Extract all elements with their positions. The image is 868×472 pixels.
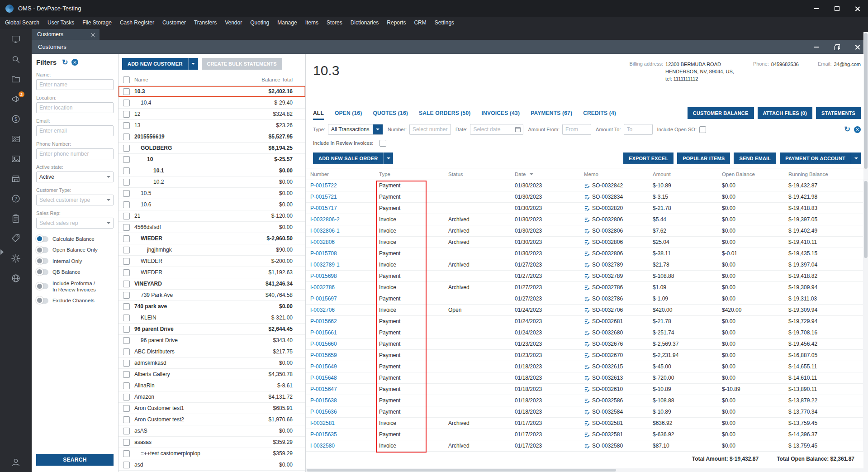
folder-icon[interactable]: [11, 74, 21, 84]
menu-item[interactable]: Transfers: [190, 17, 221, 29]
transaction-row[interactable]: P-0015647 Payment 01/18/2023 SO-0032610 …: [306, 384, 868, 395]
email-filter-input[interactable]: [36, 125, 114, 136]
media-icon[interactable]: [11, 154, 21, 164]
customer-row[interactable]: KLEIN $-321.00: [119, 312, 305, 324]
transaction-number-link[interactable]: P-0015649: [306, 363, 375, 370]
customer-row[interactable]: asAS $0.00: [119, 425, 305, 437]
row-checkbox[interactable]: [123, 201, 130, 208]
row-checkbox[interactable]: [123, 371, 130, 378]
row-checkbox[interactable]: [123, 111, 130, 118]
transaction-number-link[interactable]: P-0015636: [306, 409, 375, 415]
transaction-number-link[interactable]: P-0015708: [306, 250, 375, 257]
store-icon[interactable]: [11, 174, 21, 184]
inner-minimize-button[interactable]: [806, 40, 826, 54]
customer-row[interactable]: 10.6 $0.00: [119, 199, 305, 210]
customer-row[interactable]: Amazon $4,131.72: [119, 391, 305, 403]
transaction-number-link[interactable]: P-0015648: [306, 375, 375, 381]
transaction-row[interactable]: P-0015649 Payment 01/18/2023 SO-0032615 …: [306, 361, 868, 372]
create-bulk-statements-button[interactable]: CREATE BULK STATEMENTS: [202, 58, 282, 70]
customer-row[interactable]: admskmkasd $0.00: [119, 358, 305, 369]
customer-row[interactable]: WIEDER $-2,960.50: [119, 233, 305, 244]
contacts-icon[interactable]: [11, 134, 21, 144]
customer-row[interactable]: 10.2 $0.00: [119, 176, 305, 188]
customer-row[interactable]: 96 parent Drive $343.40: [119, 335, 305, 346]
menu-item[interactable]: Manage: [273, 17, 301, 29]
row-checkbox[interactable]: [123, 405, 130, 412]
row-checkbox[interactable]: [123, 292, 130, 299]
menu-item[interactable]: Settings: [431, 17, 458, 29]
transaction-number-link[interactable]: P-0015697: [306, 296, 375, 302]
include-open-so-checkbox[interactable]: [699, 126, 706, 133]
transaction-row[interactable]: I-0032706 Invoice Open 01/24/2023 SO-003…: [306, 305, 868, 316]
transaction-number-link[interactable]: P-0015661: [306, 329, 375, 336]
menu-item[interactable]: Reports: [383, 17, 410, 29]
transaction-number-link[interactable]: P-0015635: [306, 431, 375, 438]
clear-filters-icon[interactable]: [854, 126, 861, 133]
payments-icon[interactable]: $: [11, 114, 21, 124]
menu-item[interactable]: Quoting: [246, 17, 273, 29]
row-checkbox[interactable]: [123, 269, 130, 276]
transaction-row[interactable]: P-0015662 Payment 01/24/2023 SO-0032681 …: [306, 316, 868, 327]
transaction-number-link[interactable]: P-0015698: [306, 273, 375, 279]
customer-row[interactable]: =++test castomerpiopiop $359.29: [119, 448, 305, 459]
transaction-number-link[interactable]: I-0032706: [306, 307, 375, 313]
transactions-tab[interactable]: PAYMENTS (67): [531, 105, 572, 122]
filter-toggle[interactable]: Internal Only: [36, 258, 114, 264]
transaction-row[interactable]: P-0015722 Payment 01/30/2023 SO-0032842 …: [306, 180, 868, 191]
customer-row[interactable]: Aron Customer test2 $1,970.66: [119, 414, 305, 425]
close-button[interactable]: [847, 0, 868, 17]
number-column-header[interactable]: Number: [306, 172, 375, 177]
user-icon[interactable]: [11, 458, 21, 467]
customer-row[interactable]: 96 parent Drive $2,644.45: [119, 324, 305, 335]
popular-items-button[interactable]: POPULAR ITEMS: [677, 153, 730, 164]
horizontal-scrollbar[interactable]: [306, 468, 868, 472]
transaction-number-link[interactable]: I-0032789-1: [306, 262, 375, 268]
globe-icon[interactable]: [11, 273, 21, 283]
transaction-row[interactable]: P-0015661 Payment 01/24/2023 SO-0032680 …: [306, 327, 868, 339]
toggle-switch[interactable]: [36, 258, 48, 264]
add-new-customer-button[interactable]: ADD NEW CUSTOMER: [122, 58, 188, 70]
row-checkbox[interactable]: [123, 394, 130, 400]
add-new-sale-order-button[interactable]: ADD NEW SALE ORDER: [313, 153, 383, 164]
refresh-icon[interactable]: ↻: [844, 126, 850, 133]
row-checkbox[interactable]: [123, 281, 130, 287]
transaction-number-link[interactable]: P-0015722: [306, 182, 375, 189]
location-filter-input[interactable]: [36, 102, 114, 113]
transaction-row[interactable]: P-0015698 Payment 01/27/2023 SO-0032789 …: [306, 271, 868, 282]
memo-column-header[interactable]: Memo: [579, 172, 648, 177]
tab-customers[interactable]: Customers: [32, 29, 100, 40]
row-checkbox[interactable]: [123, 122, 130, 129]
row-checkbox[interactable]: [123, 428, 130, 434]
running-balance-column-header[interactable]: Running Balance: [784, 172, 862, 177]
calendar-icon[interactable]: [515, 126, 521, 133]
transaction-row[interactable]: I-0032786 Invoice Archived 01/27/2023 SO…: [306, 282, 868, 293]
row-checkbox[interactable]: [123, 100, 130, 106]
filter-toggle[interactable]: Calculate Balance: [36, 236, 114, 242]
transactions-tab[interactable]: OPEN (16): [335, 105, 362, 122]
inner-restore-button[interactable]: [826, 40, 847, 54]
transaction-row[interactable]: P-0015635 Payment 01/17/2023 SO-0032581 …: [306, 429, 868, 440]
status-column-header[interactable]: Status: [444, 172, 510, 177]
transaction-number-link[interactable]: P-0015717: [306, 205, 375, 211]
toggle-switch[interactable]: [36, 283, 48, 289]
menu-item[interactable]: Cash Register: [116, 17, 158, 29]
toggle-switch[interactable]: [36, 298, 48, 304]
sales-rep-select[interactable]: Select sales rep: [36, 218, 114, 229]
row-checkbox[interactable]: [123, 88, 130, 95]
row-checkbox[interactable]: [123, 156, 130, 163]
filter-toggle[interactable]: Open Balance Only: [36, 247, 114, 253]
row-checkbox[interactable]: [123, 167, 130, 174]
date-column-header[interactable]: Date: [510, 172, 579, 177]
transactions-tab[interactable]: INVOICES (43): [482, 105, 520, 122]
transaction-number-link[interactable]: P-0015721: [306, 194, 375, 200]
tag-icon[interactable]: [11, 234, 21, 243]
transactions-tab[interactable]: ALL: [313, 105, 324, 122]
transaction-row[interactable]: P-0015660 Payment 01/23/2023 SO-0032676 …: [306, 339, 868, 350]
date-filter-input[interactable]: [470, 124, 523, 135]
number-filter-input[interactable]: [409, 124, 451, 135]
gear-icon[interactable]: [11, 253, 21, 263]
customer-balance-button[interactable]: CUSTOMER BALANCE: [688, 107, 754, 119]
select-dropdown-button[interactable]: [373, 124, 383, 134]
customer-row[interactable]: 739 Park Ave $40,764.58: [119, 290, 305, 301]
row-checkbox[interactable]: [123, 133, 130, 140]
